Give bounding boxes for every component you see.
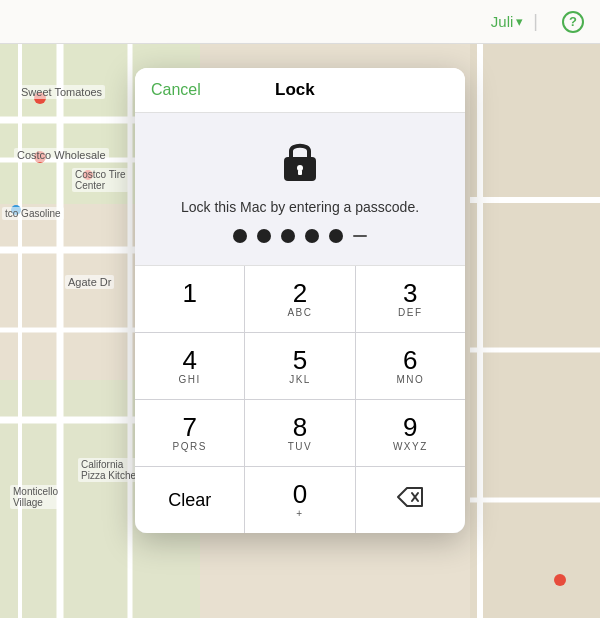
num-5-sub: JKL: [289, 374, 311, 385]
lock-description: Lock this Mac by entering a passcode.: [181, 199, 419, 215]
help-button[interactable]: ?: [562, 11, 584, 33]
num-7-label: 7: [182, 414, 196, 440]
cancel-button[interactable]: Cancel: [151, 81, 201, 99]
num-4-button[interactable]: 4 GHI: [135, 333, 244, 399]
dot-3: [281, 229, 295, 243]
dot-6-empty: [353, 235, 367, 237]
num-6-sub: MNO: [396, 374, 424, 385]
num-4-sub: GHI: [179, 374, 201, 385]
svg-rect-23: [298, 170, 302, 175]
dialog-title: Lock: [275, 80, 315, 100]
num-2-label: 2: [293, 280, 307, 306]
num-6-label: 6: [403, 347, 417, 373]
user-chevron-icon: ▾: [516, 14, 523, 29]
num-8-sub: TUV: [288, 441, 313, 452]
num-3-sub: DEF: [398, 307, 423, 318]
num-7-sub: PQRS: [172, 441, 206, 452]
num-1-label: 1: [182, 280, 196, 306]
num-7-button[interactable]: 7 PQRS: [135, 400, 244, 466]
modal-overlay: Cancel Lock Lock this Mac by entering a …: [0, 44, 600, 618]
num-4-label: 4: [182, 347, 196, 373]
num-3-label: 3: [403, 280, 417, 306]
dialog-header: Cancel Lock: [135, 68, 465, 113]
clear-label: Clear: [168, 491, 211, 509]
num-5-label: 5: [293, 347, 307, 373]
lock-dialog: Cancel Lock Lock this Mac by entering a …: [135, 68, 465, 533]
dot-2: [257, 229, 271, 243]
passcode-dots: [233, 229, 367, 243]
num-9-sub: WXYZ: [393, 441, 428, 452]
dot-1: [233, 229, 247, 243]
backspace-button[interactable]: [356, 467, 465, 533]
num-0-button[interactable]: 0 +: [245, 467, 354, 533]
num-3-button[interactable]: 3 DEF: [356, 266, 465, 332]
num-8-button[interactable]: 8 TUV: [245, 400, 354, 466]
num-0-label: 0: [293, 481, 307, 507]
dot-5: [329, 229, 343, 243]
num-5-button[interactable]: 5 JKL: [245, 333, 354, 399]
numpad: 1 2 ABC 3 DEF 4 GHI 5 JKL 6 MNO: [135, 266, 465, 533]
num-0-sub: +: [296, 508, 303, 519]
num-1-button[interactable]: 1: [135, 266, 244, 332]
divider: |: [533, 11, 538, 32]
backspace-icon: [396, 486, 424, 514]
num-8-label: 8: [293, 414, 307, 440]
help-label: ?: [569, 14, 577, 29]
num-2-button[interactable]: 2 ABC: [245, 266, 354, 332]
user-name: Juli: [491, 13, 514, 30]
num-6-button[interactable]: 6 MNO: [356, 333, 465, 399]
dot-4: [305, 229, 319, 243]
lock-info-area: Lock this Mac by entering a passcode.: [135, 113, 465, 266]
lock-icon: [274, 133, 326, 189]
num-9-button[interactable]: 9 WXYZ: [356, 400, 465, 466]
num-9-label: 9: [403, 414, 417, 440]
clear-button[interactable]: Clear: [135, 467, 244, 533]
top-bar: Juli ▾ | ?: [0, 0, 600, 44]
num-2-sub: ABC: [287, 307, 312, 318]
user-menu[interactable]: Juli ▾: [491, 13, 524, 30]
